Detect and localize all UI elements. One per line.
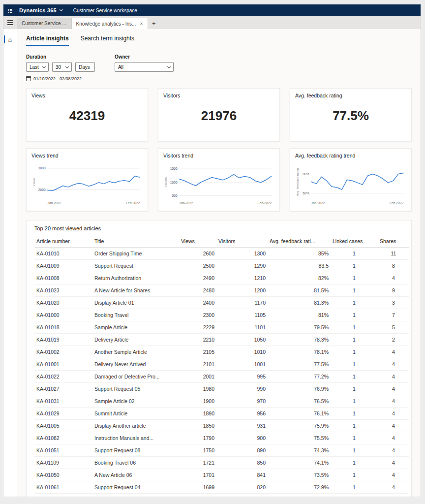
top-nav-bar: Dynamics 365 Customer Service workspace: [3, 4, 421, 16]
table-cell: Support Request 04: [92, 481, 179, 494]
svg-text:1000: 1000: [170, 181, 178, 184]
table-row[interactable]: KA-01001Delivery Never Arrived2101100177…: [34, 358, 409, 371]
table-row[interactable]: KA-01020Display Article 012400117081.3%1…: [34, 297, 409, 309]
app-launcher-icon[interactable]: [8, 4, 19, 16]
table-cell: 85%: [268, 248, 331, 260]
table-cell: 83.5: [268, 260, 331, 272]
table-cell: 1: [331, 457, 378, 469]
table-cell: 841: [216, 469, 268, 481]
table-row[interactable]: KA-01027Support Request 05198099076.9%14: [34, 383, 409, 395]
svg-text:60%: 60%: [303, 191, 309, 195]
table-row[interactable]: KA-01000Booking Travel2300110581%17: [34, 309, 409, 321]
table-row[interactable]: KA-01002Another Sample Article2105101078…: [34, 346, 409, 358]
owner-value: All: [118, 64, 123, 70]
table-title: Top 20 most viewed articles: [34, 225, 403, 231]
table-cell: 1900: [179, 395, 216, 408]
table-row[interactable]: KA-01050A New Article 06170184173.5%14: [34, 469, 409, 481]
close-icon[interactable]: ×: [140, 21, 143, 27]
table-cell: 1: [331, 371, 378, 383]
svg-text:Feb-2022: Feb-2022: [258, 201, 272, 205]
table-cell: Support Request: [92, 260, 179, 272]
table-cell: KA-01029: [34, 408, 92, 420]
table-cell: 970: [216, 395, 268, 408]
table-cell: 1: [331, 334, 378, 346]
table-row[interactable]: KA-01008Return Authorization2490121082%1…: [34, 272, 409, 284]
column-header[interactable]: Title: [92, 235, 179, 248]
table-cell: Summit Article: [92, 408, 179, 420]
table-cell: 11: [378, 248, 409, 260]
table-cell: 1001: [216, 358, 268, 371]
table-row[interactable]: KA-01023A New Article for Shares24801200…: [34, 284, 409, 297]
table-row[interactable]: KA-01082Instruction Manuals and...179090…: [34, 432, 409, 444]
table-cell: 1: [331, 383, 378, 395]
kpi-label: Avg. feedback rating: [295, 93, 406, 98]
table-row[interactable]: KA-01031Sample Article 02190097076.5%14: [34, 395, 409, 408]
svg-text:80%: 80%: [303, 172, 309, 176]
tab-strip: Customer Service ... Knowledge analytics…: [3, 16, 421, 29]
waffle-dots: [8, 9, 9, 10]
table-cell: KA-01061: [34, 481, 92, 494]
duration-label: Duration: [26, 54, 95, 60]
table-cell: 2400: [179, 297, 216, 309]
table-cell: 2210: [179, 334, 216, 346]
duration-last-select[interactable]: Last: [26, 62, 49, 72]
tab-customer-service[interactable]: Customer Service ...: [17, 18, 71, 29]
table-row[interactable]: KA-01018Sample Article2229110179.5%15: [34, 321, 409, 334]
date-range-text: 01/10/2022 - 02/08/2022: [33, 76, 82, 81]
table-cell: 4: [378, 371, 409, 383]
duration-filter-group: Duration Last 30 Days: [26, 54, 95, 72]
add-tab-button[interactable]: +: [148, 18, 160, 29]
table-cell: 1699: [179, 481, 216, 494]
table-cell: 1210: [216, 272, 268, 284]
svg-text:Jan 2022: Jan 2022: [48, 201, 61, 205]
tab-search-term-insights[interactable]: Search term insights: [81, 35, 134, 46]
owner-select[interactable]: All: [115, 62, 174, 72]
table-cell: 77.2%: [268, 371, 331, 383]
tab-article-insights[interactable]: Article insights: [26, 35, 69, 46]
app-title[interactable]: Dynamics 365: [19, 7, 57, 13]
table-cell: 1850: [179, 420, 216, 432]
svg-text:Visitors: Visitors: [164, 177, 167, 187]
table-cell: Sample Article: [92, 321, 179, 334]
table-cell: Another Sample Article: [92, 346, 179, 358]
table-cell: KA-01020: [34, 297, 92, 309]
table-cell: 4: [378, 395, 409, 408]
table-cell: 75.5%: [268, 432, 331, 444]
table-cell: 1721: [179, 457, 216, 469]
table-row[interactable]: KA-01061Support Request 04169982072.9%14: [34, 481, 409, 494]
table-cell: 9: [378, 284, 409, 297]
duration-count-select[interactable]: 30: [52, 62, 72, 72]
avg-feedback-trend-card: Avg. feedback rating trend 60%80%Jan 202…: [290, 148, 412, 211]
table-row[interactable]: KA-01109Booking Travel 06172185074.1%14: [34, 457, 409, 469]
table-cell: 1: [331, 408, 378, 420]
column-header[interactable]: Linked cases: [331, 235, 378, 248]
table-cell: 2: [378, 334, 409, 346]
table-cell: 820: [216, 481, 268, 494]
hamburger-menu-button[interactable]: [3, 16, 17, 29]
column-header[interactable]: Avg. feedback rati...: [268, 235, 331, 248]
column-header[interactable]: Visitors: [216, 235, 268, 248]
table-cell: 4: [378, 469, 409, 481]
tab-knowledge-analytics[interactable]: Knowledge analytics - Ins... ×: [71, 18, 148, 29]
column-header[interactable]: Article number: [34, 235, 92, 248]
table-cell: KA-01010: [34, 248, 92, 260]
table-cell: Display Another article: [92, 420, 179, 432]
table-cell: 78.3%: [268, 334, 331, 346]
column-header[interactable]: Views: [179, 235, 216, 248]
home-icon[interactable]: ⌂: [3, 34, 17, 45]
table-row[interactable]: KA-01019Delivery Article2210105078.3%12: [34, 334, 409, 346]
duration-unit-field[interactable]: Days: [75, 62, 95, 72]
table-cell: 900: [216, 432, 268, 444]
table-row[interactable]: KA-01051Support Request 08175089074.3%14: [34, 444, 409, 457]
column-header[interactable]: Shares: [378, 235, 409, 248]
table-row[interactable]: KA-01010Order Shipping Time2600130085%11…: [34, 248, 409, 260]
table-cell: 1: [331, 321, 378, 334]
table-row[interactable]: KA-01022Damaged or Defective Pro...20019…: [34, 371, 409, 383]
table-row[interactable]: KA-01005Display Another article185093175…: [34, 420, 409, 432]
table-row[interactable]: KA-01029Summit Article189095676.1%14: [34, 408, 409, 420]
main-content: Article insights Search term insights Du…: [17, 29, 421, 497]
table-row[interactable]: KA-01009Support Request2500129083.518: [34, 260, 409, 272]
views-trend-chart: 20003000Jan 2022Feb 2022Views: [31, 159, 143, 209]
chevron-down-icon[interactable]: [60, 8, 63, 11]
table-cell: 2105: [179, 346, 216, 358]
